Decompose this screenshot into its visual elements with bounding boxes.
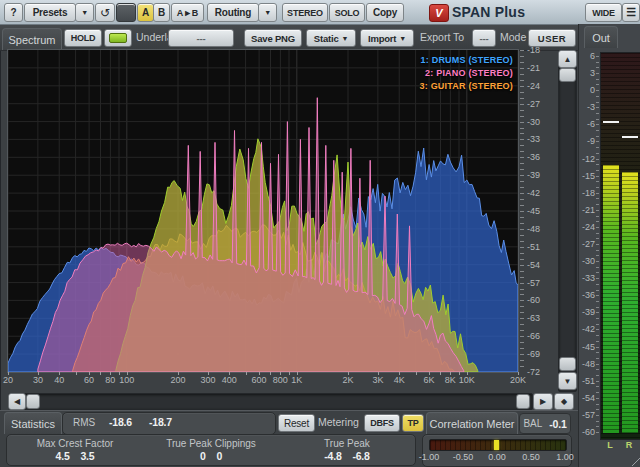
freq-tick [518,372,519,375]
freq-tick-label: 40 [45,375,73,385]
tab-statistics[interactable]: Statistics [4,412,62,434]
scroll-down-icon[interactable]: ▼ [558,372,577,390]
help-button[interactable]: ? [4,3,23,22]
export-to-value-button[interactable]: --- [472,29,496,47]
scroll-right-icon[interactable]: ▶ [533,393,553,410]
presets-dropdown-icon[interactable]: ▼ [75,3,94,22]
reset-button[interactable]: Reset [278,414,315,432]
freq-tick [59,372,60,375]
db-tick-label: -51 [527,242,540,252]
scroll-up-icon[interactable]: ▲ [558,50,577,68]
freq-tick [127,372,128,375]
freq-tick [270,372,271,375]
out-db-label: 3 [579,68,595,78]
freq-tick [8,372,9,375]
db-tick-label: -60 [527,295,540,305]
metering-label: Metering [318,414,359,430]
correlation-meter-box: -1.00-0.500.000.501.00 [422,434,572,467]
span-plus-window: ? Presets ▼ ↺ A B A►B Routing ▼ STEREO S… [0,0,640,467]
stereo-button[interactable]: STEREO [282,3,328,22]
db-tick-label: -54 [527,260,540,270]
peak-mark-r [622,136,638,138]
correlation-tick-label: -0.50 [453,452,474,462]
freq-tick [229,372,230,375]
color-swatch-button[interactable] [116,3,136,22]
menu-icon[interactable]: ☰ [622,3,640,22]
horizontal-scroll-thumb-right[interactable] [516,394,530,409]
horizontal-scrollbar[interactable] [8,393,533,410]
ab-select-a-button[interactable]: A [137,3,154,22]
rms-box: RMS -18.6 -18.7 [62,412,276,435]
freq-tick-label: 4K [385,375,413,385]
out-db-label: -27 [579,239,595,249]
freq-tick-label: 20 [0,375,22,385]
scroll-left-icon[interactable]: ◀ [8,393,26,410]
db-tick-label: -24 [527,81,540,91]
rms-value-right: -18.7 [149,416,172,428]
tab-correlation-meter[interactable]: Correlation Meter [426,412,518,434]
out-db-label: -18 [579,188,595,198]
tab-out[interactable]: Out [584,26,618,48]
freq-tick [450,372,451,375]
out-db-label: -9 [579,136,595,146]
routing-button[interactable]: Routing [207,3,259,22]
level-bar-r [622,172,638,433]
spectrum-plot [8,50,518,372]
freq-tick [280,372,281,375]
routing-dropdown-icon[interactable]: ▼ [258,3,277,22]
fit-view-icon[interactable]: ◆ [554,393,574,410]
peak-mark-l [603,121,619,123]
legend-item: 1: DRUMS (STEREO) [420,54,513,67]
copy-button[interactable]: Copy [366,3,404,22]
freq-tick [38,372,39,375]
statistics-box: Max Crest Factor4.5 3.5True Peak Clippin… [6,434,416,466]
bal-label: BAL [523,418,542,429]
tp-button[interactable]: TP [402,414,424,432]
out-db-label: -21 [579,205,595,215]
resize-grip[interactable] [625,451,640,466]
tab-spectrum[interactable]: Spectrum [2,28,62,50]
undo-icon[interactable]: ↺ [95,3,115,22]
dbfs-button[interactable]: DBFS [364,414,400,432]
db-scale-ticks [520,50,524,372]
freq-tick-label: 100 [113,375,141,385]
output-meter-panel: Out 630-3-6-9-12-15-18-21-24-27-30-33-36… [578,24,640,467]
freq-tick-label: 20K [504,375,532,385]
out-db-label: -51 [579,376,595,386]
freq-tick [259,372,260,375]
out-db-label: -54 [579,393,595,403]
freq-tick [297,372,298,375]
output-level-meter[interactable] [600,52,640,440]
out-db-label: -48 [579,359,595,369]
freq-tick [178,372,179,375]
vertical-scroll-thumb-top[interactable] [559,68,576,82]
voxengo-logo-icon: V [429,4,449,22]
db-tick-label: -69 [527,349,540,359]
vertical-scroll-thumb-bottom[interactable] [559,357,576,371]
wide-button[interactable]: WIDE [585,3,622,22]
spectrum-display[interactable]: 1: DRUMS (STEREO)2: PIANO (STEREO)3: GUI… [8,50,518,372]
static-mode-button[interactable]: Static▼ [306,29,356,47]
meter-segments [603,165,619,433]
freq-tick [467,372,468,375]
stat-values: 0 0 [143,450,279,463]
out-db-label: 6 [579,51,595,61]
out-db-label: -30 [579,256,595,266]
hold-led-button[interactable] [104,29,132,47]
vertical-scrollbar[interactable] [558,50,577,392]
hold-button[interactable]: HOLD [64,29,102,47]
save-png-button[interactable]: Save PNG [244,29,302,47]
horizontal-scroll-thumb-left[interactable] [26,394,40,409]
underlay-value-button[interactable]: --- [168,29,234,47]
out-db-label: -24 [579,222,595,232]
db-tick-label: -33 [527,134,540,144]
import-button[interactable]: Import▼ [360,29,414,47]
freq-tick [119,372,120,375]
correlation-marker-icon [494,440,499,450]
solo-button[interactable]: SOLO [329,3,365,22]
presets-button[interactable]: Presets [24,3,76,22]
db-tick-label: -48 [527,224,540,234]
freq-tick-label: 400 [215,375,243,385]
ab-select-b-button[interactable]: B [153,3,170,22]
a-to-b-copy-button[interactable]: A►B [171,3,204,22]
